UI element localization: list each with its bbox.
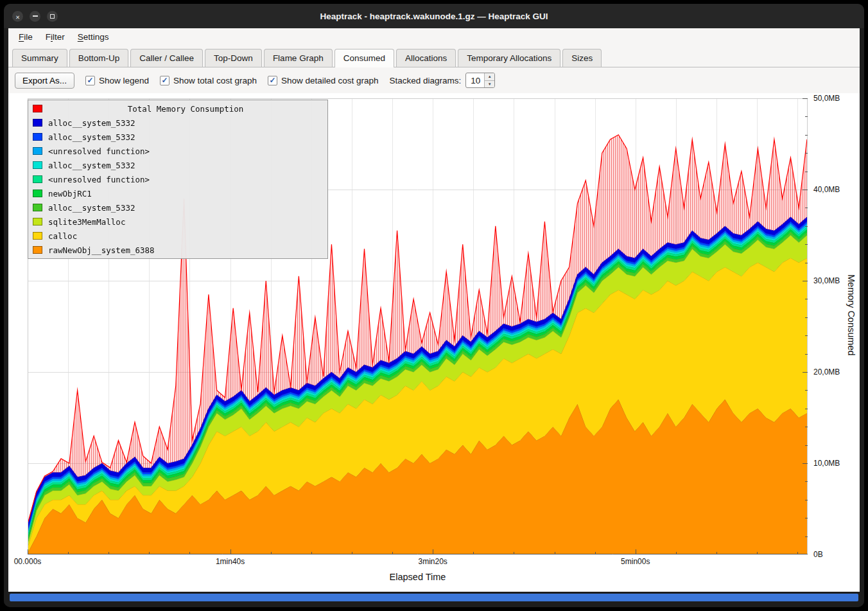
legend-item: newObjRC1 <box>28 186 327 200</box>
spinbox-value: 10 <box>466 73 484 87</box>
chart-legend: Total Memory Consumption alloc__system_5… <box>28 100 328 259</box>
legend-label: newObjRC1 <box>48 189 92 199</box>
x-tick-label: 1min40s <box>216 557 245 566</box>
legend-label: rawNewObj__system_6388 <box>48 245 155 255</box>
app-window: Heaptrack - heaptrack.wakunode.1.gz — He… <box>4 4 864 607</box>
x-tick-label: 3min20s <box>418 557 447 566</box>
x-axis-label: Elapsed Time <box>28 572 808 582</box>
bottombar <box>4 592 864 607</box>
menu-settings[interactable]: Settings <box>71 30 116 44</box>
legend-swatch <box>33 119 42 127</box>
legend-swatch <box>33 190 42 197</box>
legend-swatch <box>33 147 42 155</box>
tab-caller-callee[interactable]: Caller / Callee <box>130 49 203 67</box>
checkbox-icon <box>85 76 95 85</box>
y-tick-label: 30,0MB <box>813 276 840 285</box>
legend-item: alloc__system_5332 <box>28 130 327 144</box>
legend-item: alloc__system_5332 <box>28 158 327 172</box>
legend-item: sqlite3MemMalloc <box>28 215 327 229</box>
legend-label: <unresolved function> <box>48 175 150 184</box>
legend-label: alloc__system_5332 <box>48 161 135 170</box>
checkbox-label: Show detailed cost graph <box>281 76 379 85</box>
legend-label: sqlite3MemMalloc <box>48 217 125 227</box>
tabbar: Summary Bottom-Up Caller / Callee Top-Do… <box>8 46 860 67</box>
legend-label: calloc <box>48 231 77 241</box>
y-tick-label: 20,0MB <box>813 367 840 376</box>
legend-swatch <box>33 246 42 254</box>
tab-temporary-allocations[interactable]: Temporary Allocations <box>458 49 560 67</box>
export-as-button[interactable]: Export As... <box>15 73 74 89</box>
window-title: Heaptrack - heaptrack.wakunode.1.gz — He… <box>4 12 864 21</box>
y-axis-label: Memory Consumed <box>846 274 856 356</box>
close-button[interactable] <box>12 11 23 22</box>
tab-bottom-up[interactable]: Bottom-Up <box>69 49 129 67</box>
y-tick-label: 0B <box>813 550 823 559</box>
legend-swatch <box>33 218 42 226</box>
minimize-button[interactable] <box>30 11 40 22</box>
checkbox-icon <box>160 76 169 85</box>
y-tick-label: 50,0MB <box>813 94 840 103</box>
timeline-range-bar[interactable] <box>10 594 858 601</box>
checkbox-label: Show total cost graph <box>173 76 257 85</box>
stacked-diagrams-control: Stacked diagrams: 10 <box>390 73 496 88</box>
tab-flame-graph[interactable]: Flame Graph <box>264 49 333 67</box>
legend-swatch <box>33 133 42 141</box>
stacked-diagrams-label: Stacked diagrams: <box>390 76 462 85</box>
spinbox-buttons <box>484 73 494 87</box>
toolbar: Export As... Show legend Show total cost… <box>8 67 860 93</box>
x-tick-label: 5min00s <box>621 557 650 566</box>
spin-up-button[interactable] <box>485 73 494 81</box>
chart-section: Total Memory Consumption alloc__system_5… <box>8 93 860 592</box>
legend-item: alloc__system_5332 <box>28 200 327 215</box>
tab-allocations[interactable]: Allocations <box>396 49 456 67</box>
legend-label: alloc__system_5332 <box>48 118 135 128</box>
legend-label: alloc__system_5332 <box>48 132 135 142</box>
minimize-icon <box>33 15 38 17</box>
menu-filter[interactable]: Filter <box>39 30 71 44</box>
menubar: File Filter Settings <box>8 28 860 46</box>
legend-title-swatch <box>33 105 42 112</box>
maximize-button[interactable] <box>47 11 58 22</box>
y-tick-label: 40,0MB <box>813 185 840 194</box>
maximize-icon <box>50 14 55 19</box>
legend-swatch <box>33 175 42 183</box>
legend-title: Total Memory Consumption <box>48 104 323 114</box>
legend-title-row: Total Memory Consumption <box>28 102 327 116</box>
legend-swatch <box>33 204 42 211</box>
checkbox-show-legend[interactable]: Show legend <box>85 76 149 85</box>
legend-label: alloc__system_5332 <box>48 203 135 213</box>
content-area: File Filter Settings Summary Bottom-Up C… <box>8 28 860 592</box>
legend-item: <unresolved function> <box>28 144 327 158</box>
checkbox-show-detailed-cost-graph[interactable]: Show detailed cost graph <box>268 76 379 85</box>
close-icon <box>15 10 20 22</box>
checkbox-icon <box>268 76 277 85</box>
tab-consumed[interactable]: Consumed <box>334 49 394 67</box>
legend-label: <unresolved function> <box>48 146 150 156</box>
legend-item: <unresolved function> <box>28 172 327 186</box>
y-tick-label: 10,0MB <box>813 459 840 468</box>
legend-item: calloc <box>28 229 327 243</box>
tab-summary[interactable]: Summary <box>12 49 67 67</box>
titlebar: Heaptrack - heaptrack.wakunode.1.gz — He… <box>4 4 864 28</box>
legend-swatch <box>33 161 42 169</box>
x-tick-label: 00.000s <box>14 557 42 566</box>
legend-swatch <box>33 232 42 240</box>
window-controls <box>12 11 58 22</box>
legend-item: rawNewObj__system_6388 <box>28 243 327 257</box>
menu-file[interactable]: File <box>12 30 39 44</box>
spin-down-button[interactable] <box>485 81 494 88</box>
checkbox-show-total-cost-graph[interactable]: Show total cost graph <box>160 76 257 85</box>
stacked-diagrams-spinbox[interactable]: 10 <box>465 73 495 88</box>
tab-top-down[interactable]: Top-Down <box>205 49 262 67</box>
checkbox-label: Show legend <box>99 76 149 85</box>
legend-item: alloc__system_5332 <box>28 116 327 130</box>
tab-sizes[interactable]: Sizes <box>562 49 602 67</box>
